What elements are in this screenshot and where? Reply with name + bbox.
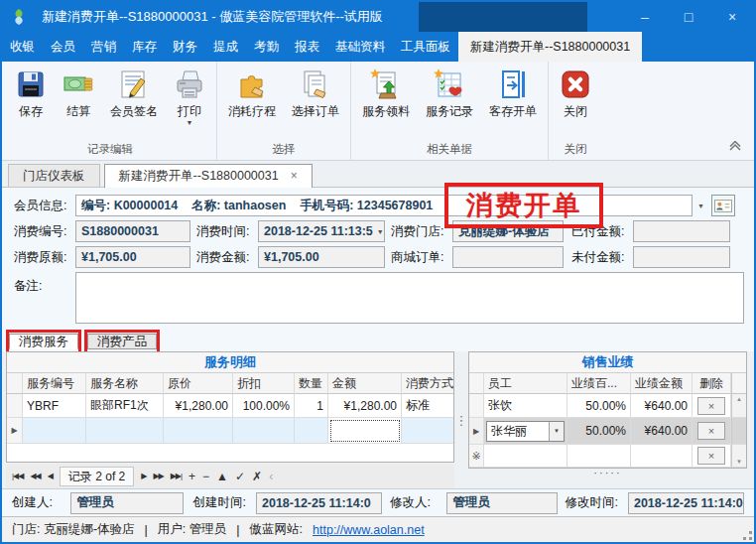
nav-edit-button[interactable]: ▲ (213, 468, 231, 485)
panel-resize-handle[interactable]: ····· (468, 469, 747, 480)
employee-combobox[interactable]: 张华丽 ▼ (486, 421, 565, 442)
ribbon-group-label-select: 选择 (221, 138, 346, 160)
col-employee[interactable]: 员工 (484, 373, 567, 394)
settle-money-icon (63, 68, 94, 100)
consume-course-button[interactable]: 消耗疗程 (221, 67, 283, 122)
ribbon-group-label-close: 关闭 (553, 138, 598, 160)
col-discount[interactable]: 折扣 (233, 373, 295, 394)
window-title: 新建消费开单--S1880000031 - 傲蓝美容院管理软件--试用版 (42, 8, 383, 26)
consume-amount-label: 消费金额: (196, 249, 258, 266)
ribbon-group-label-record-edit: 记录编辑 (8, 138, 212, 160)
menu-active-tab[interactable]: 新建消费开单--S1880000031 (458, 32, 642, 62)
sales-new-row[interactable]: ※ × ▼ (469, 445, 746, 468)
nav-delete-button[interactable]: − (199, 468, 212, 485)
sales-performance-panel: 销售业绩 员工 业绩百... 业绩金额 删除 张饮 50.00% ¥640.00… (468, 351, 747, 488)
menu-item-attendance[interactable]: 考勤 (246, 32, 287, 62)
service-record-button[interactable]: 服务记录 (419, 67, 480, 122)
menu-item-member[interactable]: 会员 (43, 32, 83, 62)
print-dropdown-icon[interactable]: ▼ (187, 120, 193, 126)
grid-splitter-handle[interactable]: ⋮ (454, 351, 468, 488)
menu-item-marketing[interactable]: 营销 (83, 32, 124, 62)
original-amount-label: 消费原额: (14, 249, 75, 266)
remark-textarea[interactable] (75, 272, 744, 324)
sales-row-selected[interactable]: ▶ 张华丽 ▼ 50.00% ¥640.00 × (469, 418, 746, 445)
deposit-order-button[interactable]: 客存开单 (482, 67, 544, 122)
menu-item-finance[interactable]: 财务 (165, 32, 205, 62)
delete-row-button[interactable]: × (697, 397, 725, 415)
menu-item-inventory[interactable]: 库存 (124, 32, 165, 62)
delete-row-button[interactable]: × (697, 422, 725, 440)
print-button[interactable]: 打印 ▼ (167, 67, 212, 128)
order-time-field[interactable]: 2018-12-25 11:13:5 ▼ (258, 220, 385, 242)
original-amount-field[interactable]: ¥1,705.00 (75, 246, 190, 268)
menu-item-cashier[interactable]: 收银 (2, 32, 43, 62)
subtab-consume-product[interactable]: 消费产品 (87, 334, 157, 349)
select-order-button[interactable]: 选择订单 (285, 67, 346, 122)
nav-prev-button[interactable]: ◀ (45, 470, 56, 482)
consume-course-icon (236, 68, 268, 100)
delete-row-button[interactable]: × (697, 447, 725, 465)
paid-amount-field[interactable] (633, 220, 730, 242)
unpaid-amount-field[interactable] (633, 246, 730, 268)
member-card-button[interactable] (711, 195, 735, 216)
col-quantity[interactable]: 数量 (295, 373, 328, 394)
sales-row[interactable]: 张饮 50.00% ¥640.00 × ▲ (469, 394, 746, 418)
col-service-code[interactable]: 服务编号 (23, 373, 86, 394)
subtab-consume-service[interactable]: 消费服务 (9, 334, 78, 349)
menu-item-basic-data[interactable]: 基础资料 (327, 32, 393, 62)
menu-item-commission[interactable]: 提成 (205, 32, 246, 62)
print-icon (174, 68, 205, 100)
focused-cell[interactable] (328, 418, 402, 444)
tab-close-icon[interactable]: × (291, 165, 298, 187)
ribbon-collapse-icon[interactable] (728, 141, 742, 152)
scroll-up-icon[interactable]: ▲ (736, 396, 742, 402)
unpaid-amount-label: 未付金额: (571, 249, 633, 266)
nav-cancel-button[interactable]: ✗ (249, 468, 265, 485)
scroll-down-icon[interactable]: ▼ (736, 459, 742, 465)
modifier-label: 修改人: (390, 494, 446, 511)
col-service-name[interactable]: 服务名称 (86, 373, 164, 394)
maximize-button[interactable]: □ (667, 2, 710, 32)
nav-last-button[interactable]: ▶▶| (168, 470, 185, 482)
nav-post-button[interactable]: ✓ (232, 468, 248, 485)
col-performance-amount[interactable]: 业绩金额 (631, 373, 693, 394)
modifier-field: 管理员 (446, 492, 557, 514)
mall-order-field[interactable] (452, 246, 564, 268)
tab-store-dashboard[interactable]: 门店仪表板 (8, 164, 100, 187)
service-new-row[interactable]: ▶ (7, 418, 453, 444)
order-no-field[interactable]: S1880000031 (75, 220, 190, 242)
col-amount[interactable]: 金额 (328, 373, 402, 394)
tab-new-consume-order[interactable]: 新建消费开单--S1880000031 × (104, 164, 313, 188)
minimize-button[interactable]: – (623, 2, 667, 32)
employee-dropdown-icon[interactable]: ▼ (549, 422, 564, 441)
save-button[interactable]: 保存 (8, 67, 54, 128)
service-row[interactable]: YBRF 眼部RF1次 ¥1,280.00 100.00% 1 ¥1,280.0… (7, 394, 453, 418)
remark-label: 备注: (14, 272, 75, 295)
nav-append-button[interactable]: + (186, 468, 198, 485)
app-logo-icon (10, 8, 28, 26)
col-performance-percent[interactable]: 业绩百... (567, 373, 631, 394)
consume-amount-field[interactable]: ¥1,705.00 (258, 246, 385, 268)
close-window-button[interactable]: × (710, 2, 754, 32)
close-form-button[interactable]: 关闭 (553, 67, 598, 122)
deposit-order-icon (497, 68, 529, 100)
menu-item-tool-panel[interactable]: 工具面板 (393, 32, 458, 62)
aolan-website-link[interactable]: http://www.aolan.net (313, 523, 425, 537)
settle-button[interactable]: 结算 (56, 67, 101, 128)
nav-prev-page-button[interactable]: ◀◀ (27, 470, 43, 482)
col-consume-mode[interactable]: 消费方式 (402, 373, 453, 394)
service-material-button[interactable]: 服务领料 (355, 67, 417, 122)
service-detail-grid: 服务明细 服务编号 服务名称 原价 折扣 数量 金额 消费方式 YBRF 眼部R… (6, 351, 454, 463)
col-original-price[interactable]: 原价 (164, 373, 233, 394)
nav-next-page-button[interactable]: ▶▶ (150, 470, 166, 482)
select-order-icon (300, 68, 331, 100)
member-signature-button[interactable]: 会员签名 (103, 67, 165, 128)
time-dropdown-icon[interactable]: ▼ (373, 228, 384, 235)
menu-item-reports[interactable]: 报表 (287, 32, 327, 62)
nav-first-button[interactable]: |◀◀ (9, 470, 26, 482)
nav-refresh-button[interactable]: ‹ (266, 468, 276, 485)
resize-grip[interactable] (743, 531, 752, 540)
col-delete[interactable]: 删除 (693, 373, 731, 394)
nav-next-button[interactable]: ▶ (138, 470, 149, 482)
member-dropdown-icon[interactable]: ▼ (693, 195, 709, 216)
